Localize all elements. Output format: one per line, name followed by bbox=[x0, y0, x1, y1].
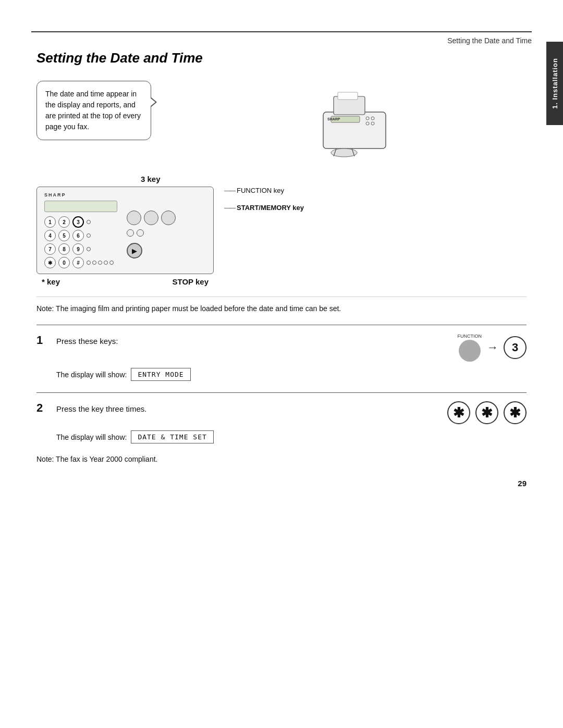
step-2-display: The display will show: DATE & TIME SET bbox=[56, 430, 527, 443]
keypad-display bbox=[44, 201, 117, 212]
svg-text:SHARP: SHARP bbox=[327, 117, 340, 121]
keypad-keys: 1 2 3 4 5 6 bbox=[44, 216, 117, 268]
key-row-1: 1 2 3 bbox=[44, 216, 117, 228]
step-1-section: 1 Press these keys: FUNCTION → 3 The dis… bbox=[36, 325, 527, 381]
key-row-3: 7 8 9 bbox=[44, 243, 117, 255]
function-key-label: FUNCTION key bbox=[224, 187, 304, 194]
control-row-top bbox=[127, 211, 176, 225]
fax-machine-illustration: SHARP bbox=[162, 81, 527, 159]
key-4[interactable]: 4 bbox=[44, 230, 56, 241]
side-tab: 1. Installation bbox=[546, 42, 563, 125]
key-7[interactable]: 7 bbox=[44, 243, 56, 255]
key-5[interactable]: 5 bbox=[58, 230, 70, 241]
key-star[interactable]: ✱ bbox=[44, 257, 56, 268]
key-dot-4d bbox=[104, 261, 108, 265]
start-memory-btn[interactable]: ▶ bbox=[127, 243, 142, 258]
star-key-label-bottom: * key bbox=[42, 277, 60, 286]
key-dot-4a bbox=[87, 261, 91, 265]
note1: Note: The imaging film and printing pape… bbox=[36, 297, 527, 314]
key-row-2: 4 5 6 bbox=[44, 230, 117, 241]
key-3[interactable]: 3 bbox=[72, 216, 84, 228]
page-number: 29 bbox=[36, 479, 527, 488]
bottom-labels: * key STOP key bbox=[36, 277, 214, 286]
key-9[interactable]: 9 bbox=[72, 243, 84, 255]
key-dot-2 bbox=[87, 233, 91, 238]
note2-text: Note: The fax is Year 2000 compliant. bbox=[36, 455, 157, 463]
bubble-text: The date and time appear in the display … bbox=[45, 90, 141, 131]
note2: Note: The fax is Year 2000 compliant. bbox=[36, 455, 527, 463]
function-key-circle[interactable] bbox=[459, 340, 481, 362]
arrow-icon-1: → bbox=[487, 341, 498, 354]
key-8[interactable]: 8 bbox=[58, 243, 70, 255]
ctrl-small-1 bbox=[127, 229, 134, 237]
ctrl-btn-2[interactable] bbox=[144, 211, 158, 225]
stop-key-label: STOP key bbox=[173, 277, 209, 286]
keypad-right-labels: FUNCTION key START/MEMORY key bbox=[224, 187, 304, 212]
keypad-diagram: SHARP 1 2 3 bbox=[36, 187, 214, 274]
header-title: Setting the Date and Time bbox=[0, 32, 563, 45]
ctrl-btn-3[interactable] bbox=[161, 211, 176, 225]
key-0[interactable]: 0 bbox=[58, 257, 70, 268]
key-dot-1 bbox=[87, 220, 91, 224]
step-2-text: Press the key three times. bbox=[56, 401, 146, 415]
key-dot-4c bbox=[98, 261, 102, 265]
key-dot-4e bbox=[109, 261, 114, 265]
page-title: Setting the Date and Time bbox=[36, 50, 527, 66]
step-2-icons: ✱ ✱ ✱ bbox=[447, 401, 527, 424]
intro-area: The date and time appear in the display … bbox=[36, 81, 527, 159]
num-3-circle[interactable]: 3 bbox=[504, 336, 527, 359]
key-dot-3 bbox=[87, 247, 91, 251]
fax-machine-svg: SHARP bbox=[292, 81, 396, 159]
step-2-number: 2 bbox=[36, 401, 48, 415]
note1-text: Note: The imaging film and printing pape… bbox=[36, 304, 341, 313]
key-6[interactable]: 6 bbox=[72, 230, 84, 241]
start-memory-key-label: START/MEMORY key bbox=[224, 204, 304, 212]
step-1-display: The display will show: ENTRY MODE bbox=[56, 368, 527, 381]
key-row-4: ✱ 0 # bbox=[44, 257, 117, 268]
star-key-1[interactable]: ✱ bbox=[447, 401, 470, 424]
svg-rect-10 bbox=[338, 92, 358, 100]
step-1-text: Press these keys: bbox=[56, 334, 118, 348]
key-hash[interactable]: # bbox=[72, 257, 84, 268]
speech-bubble: The date and time appear in the display … bbox=[36, 81, 151, 140]
ctrl-btn-1[interactable] bbox=[127, 211, 141, 225]
step-1-icons: FUNCTION → 3 bbox=[458, 334, 527, 362]
star-key-3[interactable]: ✱ bbox=[504, 401, 527, 424]
ctrl-small-2 bbox=[137, 229, 144, 237]
star-key-2[interactable]: ✱ bbox=[475, 401, 498, 424]
step-2-display-box: DATE & TIME SET bbox=[131, 430, 213, 443]
key-1[interactable]: 1 bbox=[44, 216, 56, 228]
function-label-icon: FUNCTION bbox=[458, 334, 482, 339]
keypad-brand: SHARP bbox=[44, 192, 206, 198]
key-2[interactable]: 2 bbox=[58, 216, 70, 228]
key-dot-4b bbox=[92, 261, 96, 265]
step-1-number: 1 bbox=[36, 334, 48, 347]
side-tab-label: 1. Installation bbox=[551, 58, 559, 109]
step-2-row: 2 Press the key three times. ✱ ✱ ✱ bbox=[36, 401, 527, 424]
main-content: Setting the Date and Time The date and t… bbox=[0, 45, 563, 519]
label-3key: 3 key bbox=[141, 175, 161, 183]
step-1-row: 1 Press these keys: FUNCTION → 3 bbox=[36, 334, 527, 362]
keypad-section: 3 key SHARP 1 2 bbox=[36, 175, 527, 286]
step-1-display-box: ENTRY MODE bbox=[131, 368, 190, 381]
step-2-section: 2 Press the key three times. ✱ ✱ ✱ The d… bbox=[36, 392, 527, 443]
